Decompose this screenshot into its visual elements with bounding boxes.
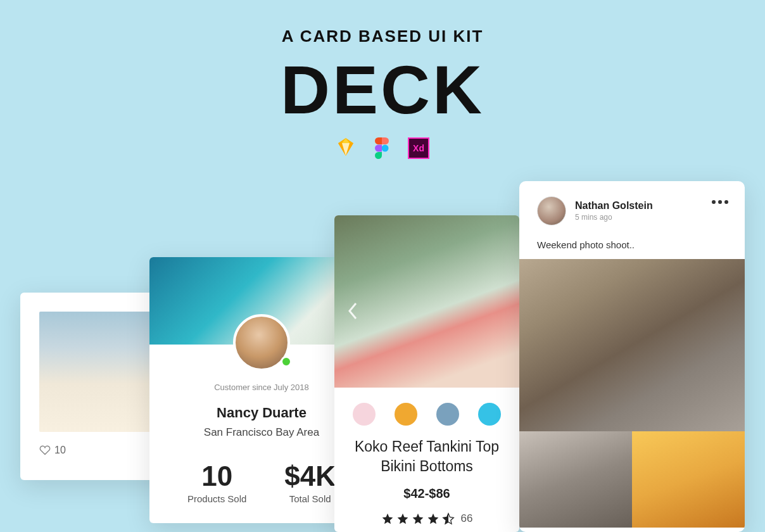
star-icon	[412, 512, 424, 525]
color-swatch-cyan[interactable]	[478, 403, 501, 426]
stat-value: 10	[187, 460, 246, 492]
product-hero-image	[334, 215, 519, 388]
heart-icon	[39, 445, 51, 455]
social-post-card[interactable]: Nathan Golstein 5 mins ago Weekend photo…	[519, 181, 745, 532]
more-icon[interactable]	[712, 200, 728, 204]
product-price: $42-$86	[334, 486, 519, 501]
product-rating: 66	[334, 512, 519, 525]
color-swatch-pink[interactable]	[353, 403, 376, 426]
star-icon	[396, 512, 409, 525]
post-time: 5 mins ago	[575, 213, 653, 222]
stat-label: Products Sold	[187, 493, 246, 504]
color-swatches	[334, 403, 519, 426]
like-row[interactable]: 10	[39, 445, 166, 456]
like-count: 10	[54, 445, 66, 456]
post-caption: Weekend photo shoot..	[519, 234, 745, 259]
chevron-left-icon[interactable]	[347, 301, 358, 320]
color-swatch-blue[interactable]	[436, 403, 459, 426]
post-photo-2[interactable]	[519, 431, 632, 528]
star-icon	[381, 512, 394, 525]
review-count: 66	[461, 512, 473, 525]
post-photo-1[interactable]	[519, 259, 745, 431]
color-swatch-orange[interactable]	[395, 403, 417, 426]
product-card[interactable]: Koko Reef Tankini Top Bikini Bottoms $42…	[334, 215, 519, 532]
stat-value: $4K	[284, 460, 336, 492]
post-photo-3[interactable]	[632, 431, 745, 528]
post-author-avatar[interactable]	[537, 196, 566, 225]
product-name: Koko Reef Tankini Top Bikini Bottoms	[334, 437, 519, 476]
stat-label: Total Sold	[284, 493, 336, 504]
post-author-name: Nathan Golstein	[575, 200, 653, 212]
star-half-icon	[442, 512, 455, 525]
online-status-indicator	[281, 356, 292, 367]
stat-total-sold: $4K Total Sold	[284, 460, 336, 504]
stat-products-sold: 10 Products Sold	[187, 460, 246, 504]
photo-card-image	[39, 312, 165, 432]
star-icon	[427, 512, 439, 525]
